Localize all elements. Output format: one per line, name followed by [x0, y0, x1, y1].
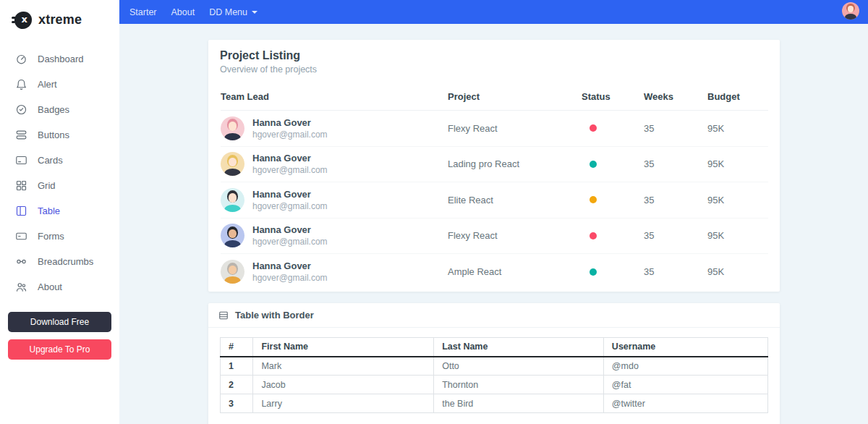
- username-cell: @twitter: [603, 394, 767, 413]
- table-with-border-title: Table with Border: [235, 310, 314, 321]
- team-lead-name: Hanna Gover: [252, 260, 328, 271]
- budget-value: 95K: [707, 123, 768, 134]
- first-name-cell: Larry: [253, 394, 434, 413]
- nav-link-about[interactable]: About: [164, 7, 203, 17]
- team-lead-cell: Hanna Goverhgover@gmail.com: [221, 116, 448, 140]
- project-name: Elite React: [448, 195, 582, 205]
- breadcrumbs-icon: [15, 255, 27, 268]
- forms-icon: [15, 230, 27, 242]
- avatar: [221, 224, 244, 247]
- avatar: [221, 260, 244, 284]
- project-listing-card: Project Listing Overview of the projects…: [208, 40, 780, 292]
- bordered-table: # First Name Last Name Username 1MarkOtt…: [220, 337, 768, 413]
- table-row: 3Larrythe Bird@twitter: [221, 394, 768, 413]
- column-first-name: First Name: [253, 338, 434, 357]
- project-row: Hanna Goverhgover@gmail.comAmple React35…: [221, 254, 768, 290]
- sidebar-item-breadcrumbs[interactable]: Breadcrumbs: [0, 249, 119, 274]
- username-cell: @mdo: [603, 357, 767, 376]
- team-lead-email: hgover@gmail.com: [252, 237, 328, 247]
- sidebar-item-label: About: [38, 281, 62, 292]
- username-cell: @fat: [603, 376, 767, 394]
- weeks-value: 35: [644, 123, 707, 134]
- user-avatar-button[interactable]: [842, 2, 859, 22]
- table-with-border-card: Table with Border # First Name Last Name…: [208, 303, 780, 424]
- chevron-down-icon: [252, 11, 258, 14]
- sidebar-item-label: Cards: [38, 155, 63, 166]
- team-lead-email: hgover@gmail.com: [252, 165, 328, 175]
- nav-link-starter[interactable]: Starter: [122, 7, 164, 17]
- budget-value: 95K: [707, 195, 768, 205]
- team-lead-email: hgover@gmail.com: [252, 130, 328, 140]
- status-dot: [590, 196, 597, 203]
- top-navbar: Starter About DD Menu: [119, 0, 868, 24]
- sidebar-item-about[interactable]: About: [0, 274, 119, 300]
- table-icon: [15, 205, 27, 217]
- main-content: Project Listing Overview of the projects…: [119, 24, 868, 424]
- project-name: Lading pro React: [448, 158, 582, 169]
- sidebar-item-cards[interactable]: Cards: [0, 148, 119, 173]
- team-lead-name: Hanna Gover: [252, 117, 328, 128]
- column-budget: Budget: [707, 91, 768, 102]
- last-name-cell: the Bird: [434, 394, 604, 413]
- sidebar-buttons: Download Free Upgrade To Pro: [8, 312, 111, 360]
- sidebar-item-label: Dashboard: [38, 54, 84, 64]
- card-subtitle: Overview of the projects: [220, 64, 768, 75]
- gauge-icon: [15, 53, 27, 65]
- xtreme-logo-icon: x: [12, 11, 32, 30]
- last-name-cell: Otto: [434, 357, 604, 376]
- row-number: 2: [221, 376, 253, 394]
- sidebar-item-label: Table: [38, 205, 60, 216]
- status-dot: [590, 124, 597, 132]
- upgrade-to-pro-button[interactable]: Upgrade To Pro: [8, 339, 111, 360]
- users-icon: [15, 281, 27, 293]
- table-row: 1MarkOtto@mdo: [221, 357, 768, 376]
- app-logo[interactable]: x xtreme: [0, 0, 119, 40]
- budget-value: 95K: [707, 266, 768, 277]
- sidebar-item-table[interactable]: Table: [0, 198, 119, 224]
- first-name-cell: Mark: [253, 357, 434, 376]
- sidebar-item-alert[interactable]: Alert: [0, 72, 119, 97]
- project-name: Ample React: [448, 266, 582, 277]
- card-title: Project Listing: [220, 49, 768, 62]
- column-weeks: Weeks: [644, 91, 707, 102]
- team-lead-name: Hanna Gover: [252, 189, 328, 200]
- project-row: Hanna Goverhgover@gmail.comFlexy React35…: [221, 219, 768, 255]
- first-name-cell: Jacob: [253, 376, 434, 394]
- avatar: [221, 188, 244, 212]
- row-number: 3: [221, 394, 253, 413]
- logo-text: xtreme: [38, 12, 82, 27]
- budget-value: 95K: [707, 158, 768, 169]
- download-free-button[interactable]: Download Free: [8, 312, 111, 332]
- column-last-name: Last Name: [434, 338, 604, 357]
- sidebar-item-forms[interactable]: Forms: [0, 224, 119, 249]
- status-cell: [582, 232, 644, 239]
- team-lead-cell: Hanna Goverhgover@gmail.com: [221, 224, 448, 247]
- sidebar-item-label: Badges: [38, 104, 69, 115]
- nav-dropdown-dd-menu[interactable]: DD Menu: [202, 7, 265, 17]
- badge-check-icon: [15, 103, 27, 116]
- sidebar-item-dashboard[interactable]: Dashboard: [0, 46, 119, 72]
- sidebar-item-badges[interactable]: Badges: [0, 97, 119, 122]
- sidebar-item-label: Buttons: [38, 130, 69, 140]
- project-name: Flexy React: [448, 230, 582, 241]
- table-border-icon: [218, 310, 229, 321]
- project-table: Team Lead Project Status Weeks Budget Ha…: [221, 84, 768, 290]
- column-project: Project: [448, 91, 582, 102]
- weeks-value: 35: [644, 266, 707, 277]
- sidebar-item-label: Forms: [38, 231, 64, 242]
- grid-icon: [15, 179, 27, 192]
- table-with-border-header: Table with Border: [208, 303, 780, 328]
- table-row: 2JacobThornton@fat: [221, 376, 768, 394]
- status-cell: [582, 161, 644, 168]
- sidebar: x xtreme DashboardAlertBadgesButtonsCard…: [0, 0, 119, 424]
- team-lead-name: Hanna Gover: [252, 153, 328, 164]
- sidebar-item-buttons[interactable]: Buttons: [0, 122, 119, 148]
- team-lead-email: hgover@gmail.com: [252, 201, 328, 211]
- sidebar-item-grid[interactable]: Grid: [0, 173, 119, 198]
- bell-icon: [15, 78, 27, 90]
- status-dot: [590, 161, 597, 168]
- team-lead-cell: Hanna Goverhgover@gmail.com: [221, 188, 448, 212]
- team-lead-cell: Hanna Goverhgover@gmail.com: [221, 152, 448, 176]
- project-table-header: Team Lead Project Status Weeks Budget: [221, 84, 768, 111]
- sidebar-nav: DashboardAlertBadgesButtonsCardsGridTabl…: [0, 46, 119, 300]
